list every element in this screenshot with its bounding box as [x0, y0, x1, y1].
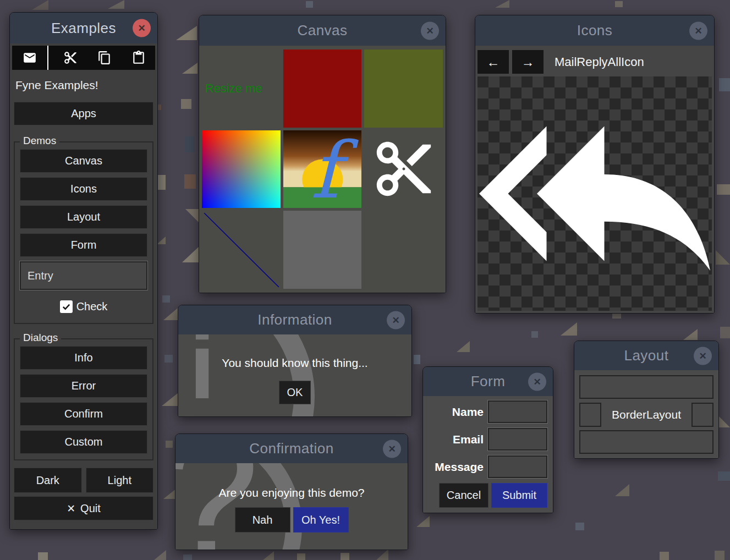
close-icon: ✕ [388, 443, 396, 454]
canvas-close-button[interactable]: ✕ [421, 21, 439, 40]
ok-button[interactable]: OK [279, 381, 311, 404]
wallpaper-shape [531, 331, 538, 338]
layout-close-button[interactable]: ✕ [694, 347, 712, 365]
quit-x-icon: ✕ [67, 502, 75, 515]
message-field[interactable] [495, 460, 541, 474]
paste-toolbar-button[interactable] [127, 47, 151, 69]
wallpaper-shape [719, 78, 730, 91]
copy-toolbar-button[interactable] [92, 47, 117, 69]
submit-button[interactable]: Submit [491, 483, 547, 508]
dialog-information: Information ✕ i You should know this thi… [178, 305, 412, 417]
canvas-gradient-rectangle [202, 130, 281, 208]
dialogs-legend: Dialogs [20, 332, 61, 344]
light-theme-button[interactable]: Light [86, 468, 154, 493]
dialog-button-confirm[interactable]: Confirm [20, 402, 147, 426]
demo-button-canvas[interactable]: Canvas [20, 149, 147, 173]
wallpaper-shape [306, 1, 313, 8]
check-row[interactable]: Check [20, 295, 147, 317]
confirmation-close-button[interactable]: ✕ [383, 440, 401, 458]
wallpaper-shape [457, 341, 470, 352]
form-close-button[interactable]: ✕ [528, 372, 546, 391]
next-icon-button[interactable]: → [512, 50, 544, 74]
examples-body: Fyne Examples! Apps Demos Canvas Icons L… [10, 43, 157, 529]
form-body: Name Email Message Cancel Submit [423, 396, 553, 513]
paste-icon [131, 51, 146, 65]
wallpaper-shape [615, 484, 629, 496]
icons-titlebar[interactable]: Icons ✕ [475, 15, 714, 46]
email-field[interactable] [495, 432, 541, 446]
name-field[interactable] [495, 405, 541, 419]
confirmation-buttons: Nah Oh Yes! [175, 507, 408, 532]
canvas-titlebar[interactable]: Canvas ✕ [199, 15, 446, 46]
demos-group: Demos Canvas Icons Layout Form Check [14, 141, 153, 324]
canvas-red-rectangle [283, 50, 362, 128]
window-form: Form ✕ Name Email Message Cancel Submit [422, 366, 553, 513]
examples-close-button[interactable]: ✕ [133, 19, 151, 37]
apps-button[interactable]: Apps [14, 102, 153, 125]
demos-legend: Demos [20, 135, 59, 147]
wallpaper-shape [32, 0, 48, 10]
checkbox-checked[interactable] [60, 300, 73, 313]
close-icon: ✕ [138, 23, 145, 34]
wallpaper-shape [162, 295, 170, 303]
canvas-olive-rectangle [364, 50, 443, 128]
theme-row: Dark Light [14, 468, 153, 493]
close-icon: ✕ [699, 350, 706, 361]
close-icon: ✕ [533, 376, 541, 387]
icons-title: Icons [577, 22, 613, 39]
demo-button-icons[interactable]: Icons [20, 177, 147, 201]
toolbar-separator [47, 46, 48, 70]
dialog-button-error[interactable]: Error [20, 374, 147, 398]
wallpaper-shape [163, 308, 178, 320]
dark-theme-button[interactable]: Dark [14, 468, 82, 493]
mail-toolbar-button[interactable] [18, 47, 42, 69]
entry-field[interactable] [26, 269, 141, 283]
wallpaper-shape [416, 516, 430, 527]
mail-icon [23, 51, 37, 65]
confirmation-message: Are you enjoying this demo? [175, 486, 408, 499]
oh-yes-button[interactable]: Oh Yes! [293, 507, 349, 532]
canvas-gray-rectangle [283, 211, 362, 289]
quit-button[interactable]: ✕ Quit [14, 496, 153, 520]
examples-titlebar[interactable]: Examples ✕ [10, 13, 157, 43]
confirmation-title: Confirmation [249, 440, 333, 457]
wallpaper-shape [182, 246, 200, 262]
email-field-wrap [488, 428, 547, 451]
dialogs-group: Dialogs Info Error Confirm Custom [14, 338, 153, 460]
information-titlebar[interactable]: Information ✕ [178, 305, 411, 334]
wallpaper-shape [716, 250, 730, 265]
window-layout: Layout ✕ BorderLayout [574, 341, 719, 459]
nah-button[interactable]: Nah [235, 507, 290, 532]
wallpaper-shape [263, 551, 274, 560]
form-titlebar[interactable]: Form ✕ [423, 367, 553, 396]
examples-title: Examples [51, 20, 116, 37]
wallpaper-shape [164, 355, 173, 363]
check-icon [62, 302, 71, 311]
information-body: i You should know this thing... OK [178, 334, 411, 416]
canvas-scissors-image [364, 130, 443, 208]
form-title: Form [471, 373, 506, 390]
wallpaper-shape [154, 550, 166, 560]
information-close-button[interactable]: ✕ [387, 311, 405, 329]
wallpaper-shape [615, 1, 623, 7]
prev-icon-button[interactable]: ← [477, 50, 509, 74]
dialog-button-info[interactable]: Info [20, 346, 147, 370]
wallpaper-shape [575, 523, 584, 530]
message-label: Message [435, 460, 484, 474]
quit-label: Quit [80, 502, 101, 515]
cut-toolbar-button[interactable] [58, 47, 83, 69]
wallpaper-shape [720, 327, 730, 338]
layout-titlebar[interactable]: Layout ✕ [574, 341, 718, 370]
border-layout-bottom [579, 430, 713, 454]
demo-button-form[interactable]: Form [20, 233, 147, 257]
icons-close-button[interactable]: ✕ [689, 21, 707, 40]
demo-button-layout[interactable]: Layout [20, 205, 147, 229]
dialog-button-custom[interactable]: Custom [20, 430, 147, 454]
cancel-button[interactable]: Cancel [439, 483, 489, 508]
wallpaper-shape [185, 209, 200, 223]
canvas-title: Canvas [297, 22, 347, 39]
confirmation-titlebar[interactable]: Confirmation ✕ [175, 434, 408, 463]
wallpaper-shape [166, 441, 173, 448]
canvas-line-cell [202, 211, 281, 289]
entry-field-wrap [20, 261, 147, 290]
